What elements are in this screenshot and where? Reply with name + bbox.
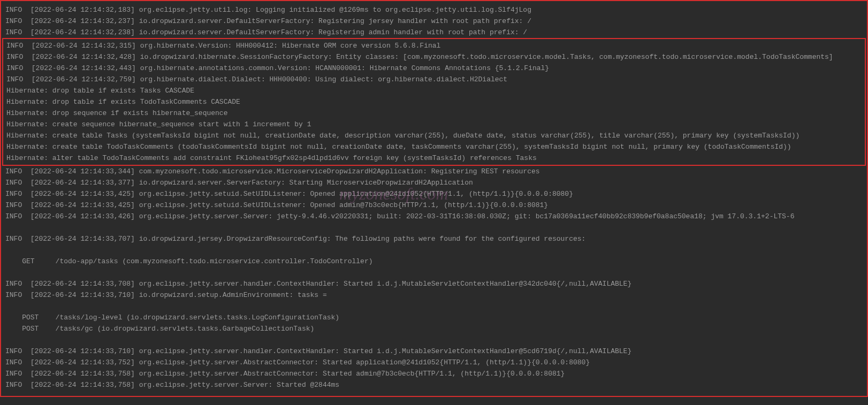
log-line: INFO [2022-06-24 12:14:33,710] org.eclip…: [5, 346, 863, 357]
log-line: Hibernate: create sequence hibernate_seq…: [6, 119, 862, 130]
log-line: [5, 222, 863, 233]
log-line: INFO [2022-06-24 12:14:32,238] io.dropwi…: [5, 27, 863, 38]
log-line: INFO [2022-06-24 12:14:32,315] org.hiber…: [6, 40, 862, 51]
log-lines-after: INFO [2022-06-24 12:14:33,344] com.myzon…: [5, 166, 863, 391]
log-line: INFO [2022-06-24 12:14:32,183] org.eclip…: [5, 4, 863, 16]
log-line: [5, 334, 863, 346]
console-log-container: INFO [2022-06-24 12:14:32,183] org.eclip…: [0, 0, 868, 397]
log-line: [5, 244, 863, 256]
log-line: INFO [2022-06-24 12:14:33,758] org.eclip…: [5, 379, 863, 391]
log-line: INFO [2022-06-24 12:14:33,710] io.dropwi…: [5, 289, 863, 301]
log-line: INFO [2022-06-24 12:14:33,707] io.dropwi…: [5, 233, 863, 244]
log-line: POST /tasks/log-level (io.dropwizard.ser…: [5, 312, 863, 323]
log-line: Hibernate: create table Tasks (systemTas…: [6, 130, 862, 141]
log-line: INFO [2022-06-24 12:14:33,344] com.myzon…: [5, 166, 863, 177]
log-line: Hibernate: drop table if exists TodoTask…: [6, 96, 862, 108]
log-line: INFO [2022-06-24 12:14:33,426] org.eclip…: [5, 211, 863, 222]
log-line: INFO [2022-06-24 12:14:33,377] io.dropwi…: [5, 177, 863, 188]
log-line: Hibernate: create table TodoTaskComments…: [6, 141, 862, 152]
log-line: INFO [2022-06-24 12:14:33,708] org.eclip…: [5, 278, 863, 289]
log-line: Hibernate: alter table TodoTaskComments …: [6, 152, 862, 164]
log-line: INFO [2022-06-24 12:14:32,428] io.dropwi…: [6, 51, 862, 63]
log-line: [5, 301, 863, 312]
log-line: GET /todo-app/tasks (com.myzonesoft.todo…: [5, 256, 863, 267]
log-line: INFO [2022-06-24 12:14:32,759] org.hiber…: [6, 74, 862, 85]
log-lines-before: INFO [2022-06-24 12:14:32,183] org.eclip…: [5, 4, 863, 38]
log-line: INFO [2022-06-24 12:14:33,425] org.eclip…: [5, 188, 863, 200]
log-line: INFO [2022-06-24 12:14:33,425] org.eclip…: [5, 200, 863, 211]
log-line: POST /tasks/gc (io.dropwizard.servlets.t…: [5, 323, 863, 334]
log-line: Hibernate: drop sequence if exists hiber…: [6, 108, 862, 119]
log-line: INFO [2022-06-24 12:14:32,237] io.dropwi…: [5, 16, 863, 27]
log-lines-highlighted: INFO [2022-06-24 12:14:32,315] org.hiber…: [2, 38, 866, 166]
log-line: INFO [2022-06-24 12:14:33,752] org.eclip…: [5, 357, 863, 368]
log-line: Hibernate: drop table if exists Tasks CA…: [6, 85, 862, 96]
log-line: INFO [2022-06-24 12:14:32,443] org.hiber…: [6, 63, 862, 74]
log-line: INFO [2022-06-24 12:14:33,758] org.eclip…: [5, 368, 863, 379]
log-line: [5, 267, 863, 278]
